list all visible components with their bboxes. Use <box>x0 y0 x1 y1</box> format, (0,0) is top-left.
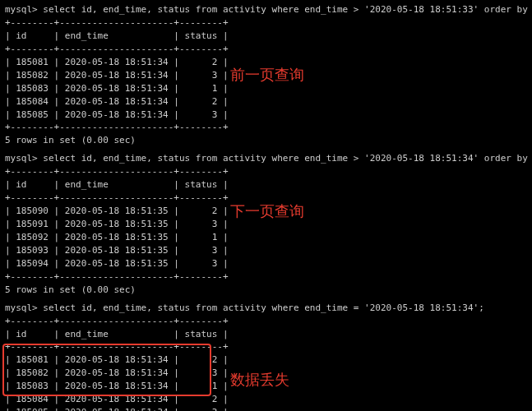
result-message: 5 rows in set (0.00 sec) <box>5 134 527 147</box>
table-separator: +--------+---------------------+--------… <box>5 340 527 353</box>
table-separator: +--------+---------------------+--------… <box>5 315 527 328</box>
query-block-2: mysql> select id, end_time, status from … <box>5 152 527 296</box>
result-message: 5 rows in set (0.00 sec) <box>5 284 527 297</box>
table-row: | 185085 | 2020-05-18 18:51:34 | 3 | <box>5 406 527 411</box>
query-line: mysql> select id, end_time, status from … <box>5 152 527 165</box>
annotation-prev-page: 前一页查询 <box>230 64 304 85</box>
table-header: | id | end_time | status | <box>5 30 527 43</box>
mysql-prompt: mysql> <box>5 302 43 313</box>
table-separator: +--------+---------------------+--------… <box>5 43 527 56</box>
sql-query: select id, end_time, status from activit… <box>43 4 532 15</box>
annotation-next-page: 下一页查询 <box>230 201 304 222</box>
sql-query: select id, end_time, status from activit… <box>43 302 483 313</box>
table-separator: +--------+---------------------+--------… <box>5 165 527 178</box>
table-row: | 185093 | 2020-05-18 18:51:35 | 3 | <box>5 244 527 257</box>
annotation-data-loss: 数据丢失 <box>230 369 289 390</box>
table-row: | 185092 | 2020-05-18 18:51:35 | 1 | <box>5 231 527 244</box>
table-separator: +--------+---------------------+--------… <box>5 270 527 284</box>
table-row: | 185081 | 2020-05-18 18:51:34 | 2 | <box>5 353 527 367</box>
table-separator: +--------+---------------------+--------… <box>5 16 527 30</box>
query-line: mysql> select id, end_time, status from … <box>5 3 527 16</box>
table-header: | id | end_time | status | <box>5 328 527 341</box>
query-block-3: mysql> select id, end_time, status from … <box>5 302 527 411</box>
table-header: | id | end_time | status | <box>5 178 527 192</box>
mysql-prompt: mysql> <box>5 4 43 15</box>
query-line: mysql> select id, end_time, status from … <box>5 302 527 315</box>
mysql-prompt: mysql> <box>5 153 43 164</box>
table-row: | 185084 | 2020-05-18 18:51:34 | 2 | <box>5 95 527 109</box>
table-separator: +--------+---------------------+--------… <box>5 121 527 134</box>
table-row: | 185094 | 2020-05-18 18:51:35 | 3 | <box>5 257 527 270</box>
sql-query: select id, end_time, status from activit… <box>43 153 532 164</box>
table-row: | 185085 | 2020-05-18 18:51:34 | 3 | <box>5 109 527 122</box>
table-row: | 185084 | 2020-05-18 18:51:34 | 2 | <box>5 393 527 406</box>
